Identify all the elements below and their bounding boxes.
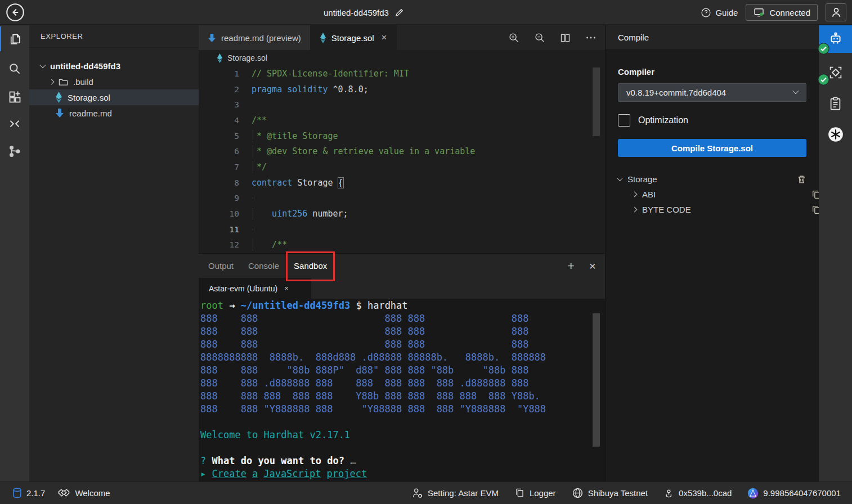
- tree-root-folder[interactable]: untitled-dd459fd3: [29, 58, 199, 74]
- ascii-art-line: 888 888 888 888 888: [200, 312, 605, 325]
- breadcrumb-file: Storage.sol: [227, 53, 267, 62]
- add-terminal-icon[interactable]: +: [567, 260, 574, 272]
- code-editor[interactable]: 1// SPDX-License-Identifier: MIT 2pragma…: [199, 66, 605, 253]
- tab-storage-sol[interactable]: Storage.sol ×: [311, 25, 397, 50]
- editor-toolbar: [508, 25, 597, 50]
- editor-scrollbar[interactable]: [593, 68, 600, 136]
- code-line: 9: [199, 191, 605, 206]
- user-gear-icon: [411, 487, 423, 499]
- deploy-select-icon: [828, 65, 844, 80]
- optimization-checkbox[interactable]: [618, 114, 630, 127]
- clipboard-icon: [828, 96, 843, 111]
- search-icon: [7, 61, 22, 76]
- ascii-art-line: 888 888 888 888 888 Y88b 888 888 888 888…: [200, 390, 605, 403]
- deploy-success-badge-icon: [818, 74, 829, 86]
- bytecode-row[interactable]: BYTE CODE: [618, 202, 806, 217]
- bytecode-label: BYTE CODE: [642, 205, 691, 214]
- close-terminal-icon[interactable]: ×: [284, 284, 289, 292]
- file-name: readme.md: [69, 109, 112, 118]
- split-editor-icon[interactable]: [559, 32, 571, 44]
- abi-row[interactable]: ABI: [618, 187, 806, 202]
- tree-item-readme-md[interactable]: readme.md: [29, 105, 199, 121]
- plugin-scan[interactable]: [819, 91, 852, 116]
- root-folder-label: untitled-dd459fd3: [50, 61, 120, 71]
- code-line: 3: [199, 97, 605, 112]
- compiler-label: Compiler: [618, 67, 806, 76]
- tab-readme-md[interactable]: readme.md (preview): [199, 25, 311, 50]
- terminal[interactable]: root → ~/untitled-dd459fd3 $ hardhat 888…: [199, 299, 605, 461]
- hardhat-choice-line[interactable]: ▸ CreateaJavaScriptproject: [200, 467, 605, 480]
- connected-button[interactable]: Connected: [746, 4, 818, 21]
- solidity-icon: [217, 53, 223, 63]
- avatar-button[interactable]: [826, 3, 846, 21]
- setting-item[interactable]: Setting: Astar EVM: [411, 487, 499, 499]
- markdown-icon: [208, 33, 216, 43]
- optimization-row: Optimization: [618, 114, 806, 127]
- chainide-window: untitled-dd459fd3 Guide Connected: [0, 0, 852, 504]
- terminal-scrollbar[interactable]: [593, 313, 600, 447]
- delete-icon[interactable]: [797, 174, 806, 184]
- wallet-address-item[interactable]: 0x539b...0cad: [663, 488, 732, 499]
- close-tab-icon[interactable]: ×: [382, 32, 387, 43]
- balance-item[interactable]: 9.998564047670001: [747, 488, 841, 499]
- more-actions-icon[interactable]: [585, 32, 597, 44]
- ascii-art-line: 888 888 888 888 888: [200, 338, 605, 351]
- breadcrumb[interactable]: Storage.sol: [199, 50, 605, 66]
- zoom-out-icon[interactable]: [533, 32, 546, 44]
- close-panel-icon[interactable]: ×: [589, 260, 596, 272]
- chevron-right-icon: [632, 192, 638, 197]
- solidity-icon: [55, 92, 62, 103]
- ascii-art-line: 888 888 .d888888 888 888 888 888 888 .d8…: [200, 377, 605, 390]
- contract-name: Storage: [627, 174, 657, 184]
- address-pin-icon: [663, 488, 674, 499]
- back-button[interactable]: [6, 3, 25, 22]
- logger-item[interactable]: Logger: [514, 488, 556, 498]
- edit-title-icon[interactable]: [394, 7, 405, 17]
- network-item[interactable]: Shibuya Testnet: [572, 487, 648, 499]
- project-title-group: untitled-dd459fd3: [324, 0, 405, 25]
- connected-label: Connected: [769, 8, 810, 17]
- welcome-item[interactable]: Welcome: [57, 487, 110, 500]
- guide-button[interactable]: Guide: [701, 7, 738, 18]
- file-name: Storage.sol: [68, 93, 110, 102]
- handshake-icon: [57, 487, 70, 500]
- compile-button[interactable]: Compile Storage.sol: [618, 139, 806, 157]
- code-line: 4/**: [199, 112, 605, 128]
- contract-storage-row[interactable]: Storage: [618, 172, 806, 187]
- compiler-version-value: v0.8.19+commit.7dd6d404: [626, 88, 726, 97]
- terminal-blank-line: [200, 442, 605, 454]
- help-icon: [701, 7, 711, 18]
- zoom-in-icon[interactable]: [508, 32, 520, 44]
- explorer-panel: EXPLORER untitled-dd459fd3 .build Storag…: [29, 25, 199, 482]
- statusbar: 2.1.7 Welcome Setting: Astar EVM Logg: [0, 482, 852, 504]
- back-icon: [6, 3, 25, 22]
- plugin-grid-icon: [7, 89, 23, 105]
- terminal-tab-astar-evm[interactable]: Astar-evm (Ubuntu) ×: [199, 278, 311, 299]
- bottom-panel-tabs: Output Console Sandbox + ×: [199, 254, 605, 278]
- activity-collapse[interactable]: [0, 110, 29, 137]
- tree-item-build[interactable]: .build: [29, 74, 199, 89]
- astar-token-icon: [747, 488, 759, 499]
- ascii-art-line: 888 888 "Y888888 888 "Y88888 888 888 "Y8…: [200, 403, 605, 416]
- activity-files[interactable]: [0, 25, 29, 52]
- activity-plugins[interactable]: [0, 83, 29, 110]
- chevron-right-icon: [632, 207, 638, 213]
- tab-output[interactable]: Output: [207, 255, 235, 276]
- activity-source-control[interactable]: [0, 138, 29, 165]
- editor-area: readme.md (preview) Storage.sol ×: [199, 25, 605, 482]
- tab-console[interactable]: Console: [247, 255, 280, 276]
- optimization-label: Optimization: [638, 115, 688, 125]
- activity-search[interactable]: [0, 55, 29, 82]
- tree-item-storage-sol[interactable]: Storage.sol: [29, 89, 199, 105]
- plugin-ai-assistant[interactable]: [819, 122, 852, 147]
- code-line: 11: [199, 222, 605, 237]
- statusbar-right: Setting: Astar EVM Logger Shibuya Testne…: [411, 487, 852, 499]
- tab-sandbox[interactable]: Sandbox: [293, 255, 328, 276]
- code-line: 6 * @dev Store & retrieve value in a var…: [199, 143, 605, 159]
- compiler-version-select[interactable]: v0.8.19+commit.7dd6d404: [618, 83, 806, 102]
- topbar-right: Guide Connected: [701, 0, 846, 25]
- ide-version[interactable]: 2.1.7: [12, 488, 45, 498]
- chevron-down-icon: [617, 176, 623, 181]
- chevron-down-icon: [792, 87, 799, 93]
- tab-label: Storage.sol: [331, 33, 374, 43]
